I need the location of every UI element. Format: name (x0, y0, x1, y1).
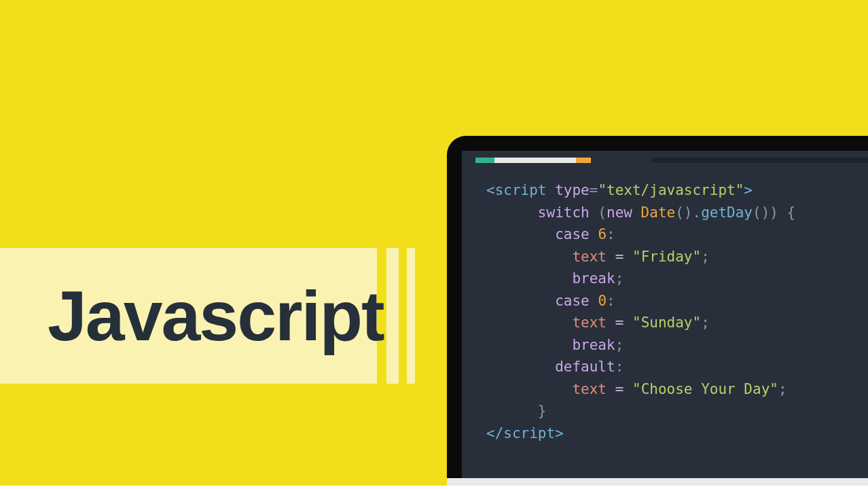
title-stripe-1 (386, 248, 399, 384)
code-token: <script (486, 182, 547, 198)
code-token: . (692, 204, 701, 221)
tab-background (652, 158, 868, 163)
code-token: ) { (770, 204, 795, 221)
code-token: text (572, 249, 607, 265)
code-token: () (753, 204, 770, 221)
code-token: text (572, 381, 607, 397)
code-token: > (555, 425, 564, 441)
code-token: case (555, 226, 590, 242)
tab-active (494, 158, 576, 163)
code-token: ; (778, 381, 787, 397)
code-token: } (538, 403, 547, 419)
code-token: Date (641, 204, 676, 221)
code-token: > (744, 182, 753, 198)
tab-indicator-green (475, 158, 494, 163)
code-token: 6 (598, 226, 607, 242)
code-token: default (555, 359, 615, 375)
code-token: getDay (701, 204, 753, 221)
code-token: 0 (598, 293, 607, 309)
code-token: () (675, 204, 692, 221)
code-token: ; (615, 337, 624, 353)
code-token: new (607, 204, 632, 221)
code-token: = (615, 249, 624, 265)
title-band: Javascript (0, 248, 415, 384)
title-stripe-2 (407, 248, 415, 384)
code-token: : (615, 359, 624, 375)
code-token: ; (701, 314, 710, 331)
floor-line (0, 486, 868, 489)
code-token: ; (701, 249, 710, 265)
code-token: "text/javascript" (598, 182, 744, 198)
code-token: = (615, 381, 624, 397)
code-token: ; (615, 270, 624, 287)
code-token: = (590, 182, 598, 198)
code-token: text (572, 314, 607, 331)
laptop-bezel: <script type="text/javascript"> switch (… (447, 136, 868, 478)
code-token: "Friday" (632, 249, 701, 265)
code-token: case (555, 293, 590, 309)
editor-tabbar (462, 151, 868, 164)
laptop: <script type="text/javascript"> switch (… (447, 136, 868, 489)
page-title: Javascript (48, 276, 384, 357)
code-block: <script type="text/javascript"> switch (… (462, 164, 868, 452)
code-token: = (615, 314, 624, 331)
code-token: </ (486, 425, 503, 441)
code-token: switch (538, 204, 590, 221)
code-token: "Sunday" (632, 314, 701, 331)
code-token: break (572, 270, 615, 287)
title-block: Javascript (0, 248, 377, 384)
code-token: "Choose Your Day" (632, 381, 778, 397)
code-token: : (607, 293, 615, 309)
code-token: : (607, 226, 615, 242)
code-token: script (503, 425, 555, 441)
code-token: break (572, 337, 615, 353)
tab-gap (591, 158, 652, 163)
code-token: type (547, 182, 590, 198)
tab-indicator-orange (576, 158, 591, 163)
code-editor-screen: <script type="text/javascript"> switch (… (462, 151, 868, 478)
code-token: ( (590, 204, 607, 221)
